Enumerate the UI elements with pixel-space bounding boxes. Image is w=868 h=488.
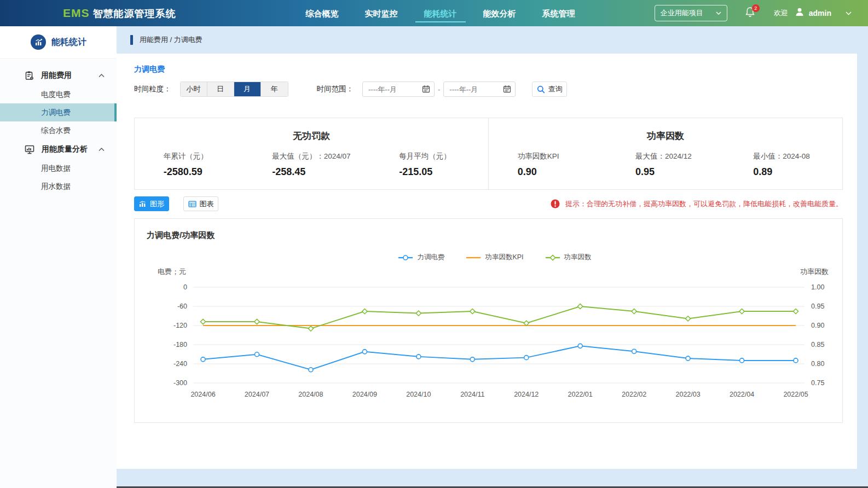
power-factor-stats: 功率因数 功率因数KPI 0.90 最大值：2024/12 0.95 最小值：2… (488, 118, 842, 189)
breadcrumb-text: 用能费用 / 力调电费 (140, 35, 202, 45)
legend-item[interactable]: 功率因数 (545, 253, 592, 262)
svg-text:电费；元: 电费；元 (158, 268, 186, 276)
notification-badge: 2 (752, 4, 760, 12)
svg-text:2024/07: 2024/07 (245, 391, 269, 398)
legend-item[interactable]: 功率因数KPI (465, 253, 523, 262)
svg-text:-300: -300 (173, 379, 187, 387)
tip-text: 提示：合理的无功补偿，提高功率因数，可以避免罚款，降低电能损耗，改善电能质量。 (565, 199, 843, 209)
stats-card: 无功罚款 年累计（元） -2580.59 最大值（元）：2024/07 -258… (134, 118, 843, 190)
sidebar-menu: ¥ 用能费用 电度电费 力调电费 综合水费 用能质量分析 (0, 58, 117, 488)
stat-value: 0.89 (753, 166, 813, 178)
table-view-button[interactable]: 图表 (183, 196, 218, 211)
logo-title: 智慧能源管理系统 (93, 7, 176, 20)
stat-value: -2580.59 (164, 166, 224, 178)
nav-item-overview[interactable]: 综合概览 (305, 1, 340, 25)
top-navbar: EMS 智慧能源管理系统 综合概览 实时监控 能耗统计 能效分析 系统管理 企业… (0, 0, 868, 26)
sidebar-item-power-adjust-fee[interactable]: 力调电费 (0, 103, 117, 121)
search-button-label: 查询 (548, 84, 563, 94)
sidebar-item-water-data[interactable]: 用水数据 (0, 177, 117, 195)
range-label: 时间范围： (317, 84, 354, 94)
app-logo: EMS 智慧能源管理系统 (63, 7, 176, 20)
graph-view-button[interactable]: 图形 (134, 196, 169, 211)
granularity-label: 时间粒度： (134, 84, 171, 94)
table-view-label: 图表 (200, 199, 214, 209)
toolbar-row: 图形 图表 提示：合理的无功补偿，提高功率因数，可以避免罚款， (134, 196, 843, 211)
section-title: 力调电费 (134, 54, 843, 74)
svg-text:0.80: 0.80 (811, 360, 824, 368)
chart-card: 力调电费/功率因数 力调电费功率因数KPI功率因数 电费；元功率因数01.00-… (134, 218, 843, 423)
notification-bell[interactable]: 2 (745, 7, 755, 20)
svg-text:0.90: 0.90 (811, 322, 824, 329)
sidebar-item-water-fee[interactable]: 综合水费 (0, 121, 117, 140)
svg-text:2024/08: 2024/08 (298, 391, 323, 398)
stat-value: 0.90 (518, 166, 578, 178)
granularity-hour-button[interactable]: 小时 (181, 82, 207, 96)
project-selector[interactable]: 企业用能项目 (655, 5, 727, 21)
stat-label: 最大值（元）：2024/07 (272, 152, 350, 161)
power-factor-title: 功率因数 (489, 130, 842, 142)
nav-item-efficiency[interactable]: 能效分析 (482, 1, 517, 25)
granularity-month-button[interactable]: 月 (234, 82, 261, 96)
breadcrumb-bar-icon (130, 35, 133, 45)
nav-item-realtime[interactable]: 实时监控 (364, 1, 399, 25)
sidebar-item-electric-data[interactable]: 用电数据 (0, 159, 117, 177)
stat-label: 最大值：2024/12 (635, 152, 696, 161)
svg-text:2022/05: 2022/05 (783, 391, 808, 398)
main-content: 用能费用 / 力调电费 力调电费 时间粒度： 小时 日 月 年 时间范围： (117, 26, 868, 488)
svg-text:2024/09: 2024/09 (352, 391, 377, 398)
stat-label: 每月平均（元） (399, 152, 459, 161)
svg-text:-240: -240 (173, 360, 187, 368)
filter-row: 时间粒度： 小时 日 月 年 时间范围： (134, 82, 843, 97)
granularity-day-button[interactable]: 日 (207, 82, 234, 96)
nav-item-system[interactable]: 系统管理 (541, 1, 576, 25)
stat-value: -215.05 (399, 166, 459, 178)
welcome-text: 欢迎 (774, 8, 788, 18)
chevron-up-icon (99, 148, 105, 152)
search-button[interactable]: 查询 (532, 82, 567, 97)
tip: 提示：合理的无功补偿，提高功率因数，可以避免罚款，降低电能损耗，改善电能质量。 (551, 199, 843, 209)
sidebar-item-electricity-fee[interactable]: 电度电费 (0, 85, 117, 103)
legend-label: 力调电费 (417, 253, 444, 262)
svg-text:2024/10: 2024/10 (406, 391, 431, 398)
user-avatar-icon[interactable] (795, 7, 805, 19)
svg-text:-120: -120 (173, 322, 187, 329)
svg-text:2024/11: 2024/11 (460, 391, 484, 398)
sidebar-group-quality-analysis[interactable]: 用能质量分析 (0, 140, 117, 159)
range-separator: - (438, 85, 440, 94)
svg-text:0.95: 0.95 (811, 303, 824, 310)
legend-label: 功率因数KPI (485, 253, 523, 262)
stat-label: 功率因数KPI (518, 152, 578, 161)
chart-title: 力调电费/功率因数 (147, 230, 842, 241)
table-icon (188, 201, 196, 207)
sidebar-title: 能耗统计 (51, 37, 86, 48)
chart-legend: 力调电费功率因数KPI功率因数 (147, 253, 842, 262)
sidebar-group-label: 用能质量分析 (42, 144, 99, 154)
granularity-year-button[interactable]: 年 (261, 82, 288, 96)
stat-value: 0.95 (635, 166, 696, 178)
svg-text:2022/03: 2022/03 (675, 391, 700, 398)
legend-item[interactable]: 力调电费 (397, 253, 444, 262)
navbar-right: 企业用能项目 2 欢迎 admin (655, 5, 852, 21)
nav-item-energy-stats[interactable]: 能耗统计 (423, 1, 458, 25)
svg-text:1.00: 1.00 (811, 283, 824, 291)
penalty-title: 无功罚款 (135, 130, 488, 142)
main-nav: 综合概览 实时监控 能耗统计 能效分析 系统管理 (305, 1, 576, 25)
chevron-up-icon (99, 74, 105, 78)
legend-label: 功率因数 (564, 253, 592, 262)
calendar-icon[interactable] (422, 85, 430, 93)
breadcrumb: 用能费用 / 力调电费 (117, 26, 868, 54)
sidebar-group-energy-cost[interactable]: ¥ 用能费用 (0, 66, 117, 85)
line-chart[interactable]: 电费；元功率因数01.00-600.95-1200.90-1800.85-240… (147, 265, 831, 404)
svg-text:2022/02: 2022/02 (622, 391, 646, 398)
username[interactable]: admin (809, 9, 831, 18)
warning-icon (551, 199, 560, 208)
energy-stats-icon (31, 34, 46, 50)
stat-value: -258.45 (272, 166, 350, 178)
svg-text:0: 0 (183, 283, 187, 291)
svg-text:2024/12: 2024/12 (514, 391, 539, 398)
date-end-box (443, 82, 516, 97)
user-menu-chevron-icon[interactable] (846, 11, 852, 15)
legend-marker-icon (545, 254, 561, 261)
granularity-segment: 小时 日 月 年 (180, 82, 288, 97)
calendar-icon[interactable] (503, 85, 511, 93)
